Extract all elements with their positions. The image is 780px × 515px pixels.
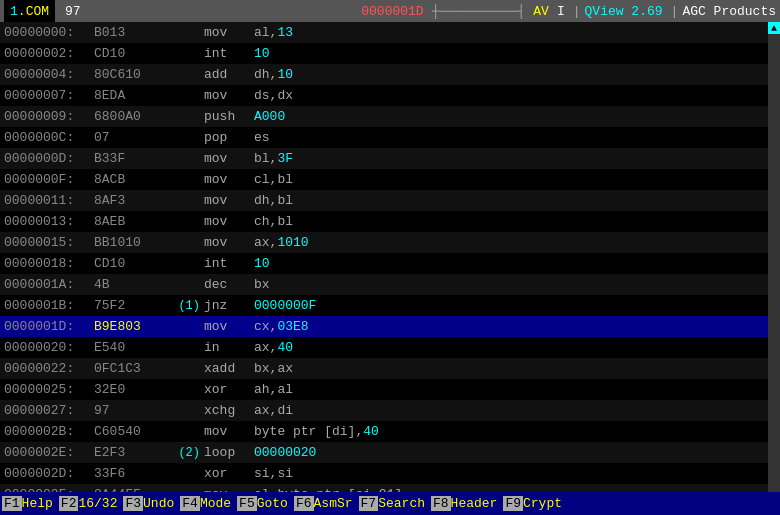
fn-label: Mode	[200, 496, 231, 511]
address: 00000000:	[4, 25, 94, 40]
bytes: 8AEB	[94, 214, 169, 229]
operand: ch,bl	[254, 214, 293, 229]
operand: dh,10	[254, 67, 293, 82]
table-row[interactable]: 0000000C:07popes	[0, 127, 768, 148]
fn-label: Goto	[257, 496, 288, 511]
agc-label: AGC Products	[682, 4, 776, 19]
table-row[interactable]: 0000000D:B33Fmovbl,3F	[0, 148, 768, 169]
table-row[interactable]: 00000015:BB1010movax,1010	[0, 232, 768, 253]
bytes: E2F3	[94, 445, 169, 460]
bytes: B9E803	[94, 319, 169, 334]
address: 00000027:	[4, 403, 94, 418]
address: 0000002E:	[4, 445, 94, 460]
fn-label: Header	[451, 496, 498, 511]
fn-key[interactable]: F1	[2, 496, 22, 511]
bytes: B33F	[94, 151, 169, 166]
address: 0000001B:	[4, 298, 94, 313]
operand: byte ptr [di],40	[254, 424, 379, 439]
mnemonic: in	[204, 340, 254, 355]
address: 00000022:	[4, 361, 94, 376]
table-row[interactable]: 0000002E:E2F3(2)loop00000020	[0, 442, 768, 463]
operand: dh,bl	[254, 193, 293, 208]
bytes: 8AF3	[94, 193, 169, 208]
fn-key[interactable]: F3	[123, 496, 143, 511]
fn-key[interactable]: F9	[503, 496, 523, 511]
table-row[interactable]: 00000004:80C610adddh,10	[0, 64, 768, 85]
fn-key[interactable]: F8	[431, 496, 451, 511]
table-row[interactable]: 0000001A:4Bdecbx	[0, 274, 768, 295]
mnemonic: xor	[204, 466, 254, 481]
mnemonic: mov	[204, 235, 254, 250]
operand: bx	[254, 277, 270, 292]
table-row[interactable]: 0000002B:C60540movbyte ptr [di],40	[0, 421, 768, 442]
mnemonic: mov	[204, 487, 254, 492]
fn-key[interactable]: F5	[237, 496, 257, 511]
scroll-up[interactable]: ▲	[768, 22, 780, 34]
table-row[interactable]: 00000002:CD10int10	[0, 43, 768, 64]
tab-number: 1	[10, 4, 18, 19]
table-row[interactable]: 0000002D:33F6xorsi,si	[0, 463, 768, 484]
operand: ah,al	[254, 382, 293, 397]
mnemonic: mov	[204, 319, 254, 334]
i-marker: I	[557, 4, 565, 19]
operand: al,13	[254, 25, 293, 40]
operand: bx,ax	[254, 361, 293, 376]
fn-label: Undo	[143, 496, 174, 511]
bottom-bar: F1 Help F2 16/32 F3 Undo F4 Mode F5 Goto…	[0, 492, 780, 515]
operand: cl,bl	[254, 172, 293, 187]
mnemonic: jnz	[204, 298, 254, 313]
mnemonic: mov	[204, 214, 254, 229]
bytes: B013	[94, 25, 169, 40]
table-row[interactable]: 0000002F:8A44FFmoval,byte ptr [si-01]	[0, 484, 768, 492]
table-row[interactable]: 00000018:CD10int10	[0, 253, 768, 274]
table-row[interactable]: 00000007:8EDAmovds,dx	[0, 85, 768, 106]
mnemonic: pop	[204, 130, 254, 145]
table-row[interactable]: 0000001B:75F2(1)jnz0000000F	[0, 295, 768, 316]
operand: A000	[254, 109, 285, 124]
main-area: 00000000:B013moval,1300000002:CD10int100…	[0, 22, 780, 492]
bytes: CD10	[94, 256, 169, 271]
code-area[interactable]: 00000000:B013moval,1300000002:CD10int100…	[0, 22, 768, 492]
bytes: 97	[94, 403, 169, 418]
table-row[interactable]: 00000013:8AEBmovch,bl	[0, 211, 768, 232]
table-row[interactable]: 00000020:E540inax,40	[0, 337, 768, 358]
operand: 10	[254, 256, 270, 271]
bytes: 80C610	[94, 67, 169, 82]
fn-key[interactable]: F7	[359, 496, 379, 511]
address: 0000002F:	[4, 487, 94, 492]
active-tab[interactable]: 1 . COM	[4, 0, 55, 22]
fn-key[interactable]: F4	[180, 496, 200, 511]
table-row[interactable]: 00000011:8AF3movdh,bl	[0, 190, 768, 211]
fn-key[interactable]: F6	[294, 496, 314, 511]
scrollbar[interactable]: ▲	[768, 22, 780, 492]
table-row[interactable]: 00000027:97xchgax,di	[0, 400, 768, 421]
operand: ax,1010	[254, 235, 309, 250]
separator: ┼──────────┤	[432, 4, 526, 19]
bytes: CD10	[94, 46, 169, 61]
address: 0000002B:	[4, 424, 94, 439]
bytes: 07	[94, 130, 169, 145]
fn-key[interactable]: F2	[59, 496, 79, 511]
bytes: 8A44FF	[94, 487, 169, 492]
mnemonic: int	[204, 256, 254, 271]
operand: 10	[254, 46, 270, 61]
bytes: BB1010	[94, 235, 169, 250]
fn-label: Search	[378, 496, 425, 511]
address: 0000000F:	[4, 172, 94, 187]
table-row[interactable]: 00000009:6800A0pushA000	[0, 106, 768, 127]
table-row[interactable]: 00000025:32E0xorah,al	[0, 379, 768, 400]
address: 0000000D:	[4, 151, 94, 166]
operand: 00000020	[254, 445, 316, 460]
address: 0000001A:	[4, 277, 94, 292]
bytes: 8ACB	[94, 172, 169, 187]
operand: bl,3F	[254, 151, 293, 166]
mnemonic: int	[204, 46, 254, 61]
table-row[interactable]: 00000022:0FC1C3xaddbx,ax	[0, 358, 768, 379]
address: 00000013:	[4, 214, 94, 229]
bytes: 33F6	[94, 466, 169, 481]
table-row[interactable]: 0000001D:B9E803movcx,03E8	[0, 316, 768, 337]
table-row[interactable]: 00000000:B013moval,13	[0, 22, 768, 43]
bytes: 6800A0	[94, 109, 169, 124]
mnemonic: mov	[204, 193, 254, 208]
table-row[interactable]: 0000000F:8ACBmovcl,bl	[0, 169, 768, 190]
